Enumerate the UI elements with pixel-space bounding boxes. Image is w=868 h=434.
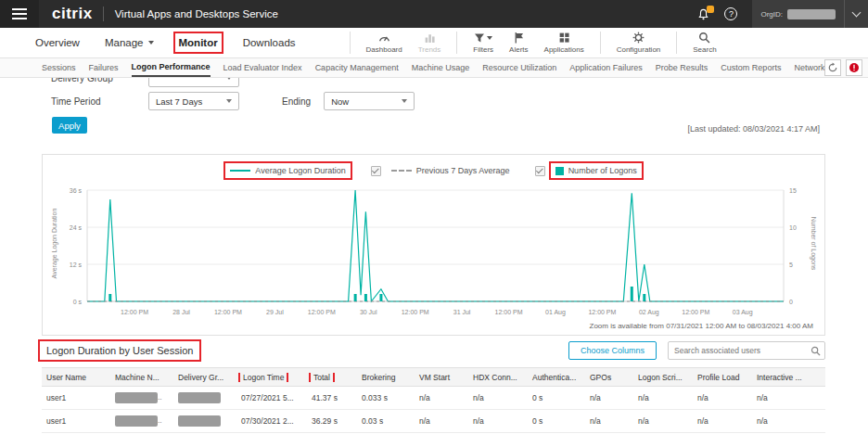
col-user-name[interactable]: User Name (42, 373, 110, 382)
tool-applications[interactable]: Applications (544, 32, 584, 54)
cell-brokering: 0.03 s (357, 416, 415, 426)
col-hdx-connection[interactable]: HDX Conn... (468, 373, 528, 382)
delivery-group-label: Delivery Group (51, 78, 148, 83)
col-profile-load[interactable]: Profile Load (693, 373, 752, 382)
subnav-label: Custom Reports (721, 63, 781, 72)
hamburger-menu-icon[interactable] (0, 0, 39, 28)
legend-label: Previous 7 Days Average (416, 166, 510, 175)
subnav-label: Load Evaluator Index (223, 63, 302, 72)
subnav-machine-usage[interactable]: Machine Usage (412, 58, 470, 77)
truncation-dots: .. (158, 415, 162, 425)
tool-search[interactable]: Search (693, 32, 716, 54)
table-row[interactable]: user1 .. 07/27/2021 5... 41.37 s 0.033 s… (42, 387, 825, 410)
notifications-button[interactable] (697, 8, 709, 20)
chevron-down-icon (148, 41, 154, 45)
subnav-custom-reports[interactable]: Custom Reports (721, 58, 781, 77)
tool-dashboard[interactable]: Dashboard (366, 32, 402, 54)
search-icon (698, 32, 710, 44)
dashboard-icon (378, 32, 390, 44)
svg-text:29 Jul: 29 Jul (266, 309, 284, 315)
nav-item-monitor[interactable]: Monitor (179, 37, 218, 48)
legend-average-logon-duration[interactable]: Average Logon Duration (227, 165, 348, 176)
main-nav: Overview Manage Monitor Downloads Dashbo… (0, 28, 868, 58)
subnav-load-evaluator-index[interactable]: Load Evaluator Index (223, 58, 302, 77)
col-authentication[interactable]: Authentica... (528, 373, 585, 382)
svg-text:02 Aug: 02 Aug (639, 309, 659, 316)
ending-label: Ending (282, 96, 311, 107)
time-period-select[interactable]: Last 7 Days (148, 92, 239, 110)
subnav-logon-performance[interactable]: Logon Performance (132, 58, 211, 77)
col-label: Machine N... (115, 373, 160, 382)
col-logon-time[interactable]: Logon Time (236, 373, 307, 382)
search-input[interactable] (669, 346, 811, 355)
search-icon[interactable] (811, 346, 821, 356)
tool-label: Applications (544, 45, 584, 54)
number-of-logons-checkbox[interactable] (535, 166, 545, 176)
col-interactive[interactable]: Interactive ... (752, 373, 825, 382)
filter-funnel-icon (474, 32, 485, 44)
col-label: VM Start (419, 373, 450, 382)
nav-tools: Dashboard Trends Filters (350, 32, 717, 54)
divider (600, 32, 601, 54)
error-alert-button[interactable] (846, 59, 862, 76)
alerts-flag-icon (513, 32, 525, 44)
brand-divider (103, 6, 104, 21)
cell-interactive: n/a (752, 393, 825, 402)
svg-text:0: 0 (789, 299, 793, 305)
tool-filters[interactable]: Filters (473, 32, 493, 54)
legend-previous-average[interactable]: Previous 7 Days Average (389, 165, 513, 176)
refresh-button[interactable] (824, 59, 841, 76)
col-machine-name[interactable]: Machine N... (110, 373, 173, 382)
col-brokering[interactable]: Brokering (357, 373, 415, 382)
cell-authentication: 0 s (528, 393, 585, 402)
svg-text:31 Jul: 31 Jul (453, 309, 471, 315)
subnav-network[interactable]: Network (794, 58, 824, 77)
filter-section: Delivery Group Time Period Last 7 Days E… (0, 78, 868, 152)
col-total[interactable]: Total (307, 373, 357, 382)
legend-label: Number of Logons (568, 166, 637, 175)
logon-duration-chart[interactable]: 0 s012 s524 s1036 s1512:00 PM28 Jul12:00… (50, 185, 819, 324)
cell-gpos: n/a (585, 393, 633, 402)
col-gpos[interactable]: GPOs (585, 373, 633, 382)
nav-item-overview[interactable]: Overview (35, 37, 80, 48)
subnav-capacity-management[interactable]: Capacity Management (315, 58, 399, 77)
nav-item-downloads[interactable]: Downloads (243, 37, 296, 48)
tool-configuration[interactable]: Configuration (617, 32, 661, 54)
subnav-resource-utilization[interactable]: Resource Utilization (482, 58, 556, 77)
subnav-application-failures[interactable]: Application Failures (569, 58, 643, 77)
col-vm-start[interactable]: VM Start (415, 373, 468, 382)
dashed-line-sample-icon (391, 170, 412, 172)
col-logon-scripts[interactable]: Logon Scri... (633, 373, 693, 382)
table-title: Logon Duration by User Session (42, 343, 198, 358)
account-menu-button[interactable] (844, 0, 868, 28)
table-row[interactable]: user1 .. 07/30/2021 2... 36.29 s 0.03 s … (42, 410, 825, 433)
line-sample-icon (230, 170, 250, 172)
subnav-failures[interactable]: Failures (89, 58, 119, 77)
previous-average-checkbox[interactable] (371, 166, 381, 176)
help-button[interactable]: ? (724, 7, 737, 20)
logon-duration-table: User Name Machine N... Delivery Gr... Lo… (42, 367, 825, 433)
col-delivery-group[interactable]: Delivery Gr... (173, 373, 236, 382)
svg-text:01 Aug: 01 Aug (545, 309, 566, 316)
ending-value: Now (331, 96, 349, 107)
nav-item-manage[interactable]: Manage (105, 37, 154, 48)
col-label: Logon Scri... (638, 373, 683, 382)
org-id-box[interactable]: OrgID: (752, 0, 844, 28)
choose-columns-button[interactable]: Choose Columns (568, 341, 657, 360)
tool-alerts[interactable]: Alerts (509, 32, 528, 54)
tool-trends[interactable]: Trends (418, 32, 441, 54)
error-icon (849, 62, 860, 73)
col-label: Delivery Gr... (178, 373, 223, 382)
chevron-down-icon (226, 99, 232, 103)
topbar-right: ? OrgID: (697, 0, 868, 28)
trends-icon (424, 32, 436, 44)
subnav-probe-results[interactable]: Probe Results (656, 58, 708, 77)
svg-text:12:00 PM: 12:00 PM (121, 309, 148, 315)
subnav-sessions[interactable]: Sessions (42, 58, 76, 77)
chevron-down-icon (402, 99, 407, 103)
legend-number-of-logons[interactable]: Number of Logons (553, 165, 640, 176)
ending-select[interactable]: Now (324, 92, 415, 110)
apply-button[interactable]: Apply (52, 117, 87, 134)
cell-logon-scripts: n/a (633, 416, 693, 426)
delivery-group-select[interactable] (148, 78, 239, 87)
